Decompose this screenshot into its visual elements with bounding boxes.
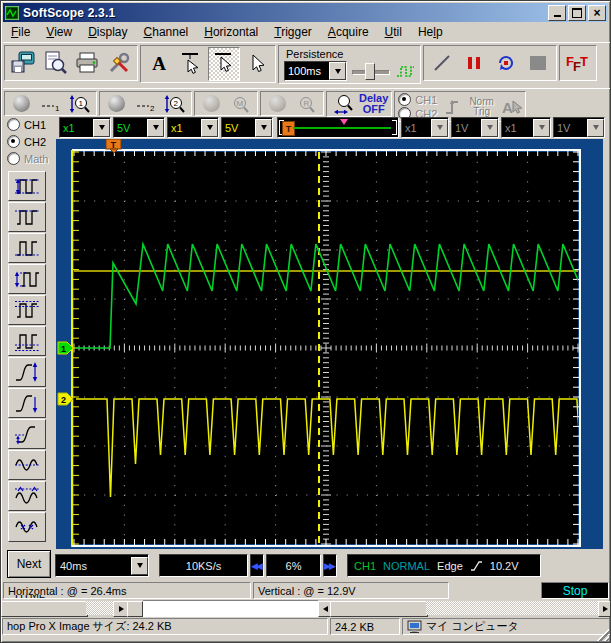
hscrollbar-track-left[interactable]: [86, 601, 113, 615]
dropdown-arrow: [431, 119, 448, 137]
refresh-button[interactable]: [491, 47, 521, 79]
channel-radio-ch1[interactable]: CH1: [7, 118, 46, 131]
measurement-button-sine-mean[interactable]: .k{stroke:#000;fill:none;stroke-width:1.…: [8, 450, 46, 480]
svg-text:T: T: [111, 140, 117, 150]
menu-horizontal[interactable]: Horizontal: [196, 24, 266, 41]
measurement-button-sine-rms[interactable]: .k{stroke:#000;fill:none;stroke-width:1.…: [8, 512, 46, 542]
channel-dropdown-0[interactable]: x1: [59, 117, 111, 138]
measurement-button-vbase[interactable]: .k{stroke:#000;fill:none;stroke-width:1.…: [8, 233, 46, 263]
psp-status-text: hop Pro X Image サイズ: 24.2 KB: [2, 618, 328, 635]
file-size-field: 24.2 KB: [330, 618, 400, 635]
ch2-vzoom-button[interactable]: 2: [161, 93, 188, 114]
dropdown-value: x1: [502, 122, 533, 134]
dropdown-arrow[interactable]: [201, 119, 218, 137]
ch2-offset-button[interactable]: 2: [132, 93, 159, 114]
ch1-knob-icon[interactable]: [8, 93, 35, 114]
measurement-button-vpp[interactable]: .k{stroke:#000;fill:none;stroke-width:1.…: [8, 171, 46, 201]
measurement-button-vamp[interactable]: .k{stroke:#000;fill:none;stroke-width:1.…: [8, 264, 46, 294]
resize-grip[interactable]: [597, 629, 609, 641]
save-waveform-button[interactable]: [8, 47, 38, 79]
dropdown-arrow: [481, 119, 498, 137]
trigger-ch1-label: CH1: [415, 94, 437, 106]
channel-dropdown-2[interactable]: x1: [167, 117, 219, 138]
ch1-vzoom-button[interactable]: 1: [66, 93, 93, 114]
trigger-slope-icon: [470, 560, 483, 572]
menu-util[interactable]: Util: [377, 24, 410, 41]
settings-tools-button[interactable]: [104, 47, 134, 79]
measurement-button-vover-top[interactable]: .k{stroke:#000;fill:none;stroke-width:1.…: [8, 295, 46, 325]
menu-display[interactable]: Display: [80, 24, 135, 41]
print-button[interactable]: [72, 47, 102, 79]
svg-text:2: 2: [173, 99, 178, 108]
next-page-button[interactable]: Next: [7, 550, 51, 578]
toolbar-main: A Persistence 100ms: [3, 42, 610, 88]
ch2-knob-icon[interactable]: [103, 93, 130, 114]
menu-trigger[interactable]: Trigger: [266, 24, 320, 41]
hscrollbar-track-right[interactable]: [426, 601, 598, 615]
persistence-slider[interactable]: [352, 62, 390, 80]
scroll-left-button[interactable]: ◀◀: [250, 554, 264, 577]
scrollbar-corner-button[interactable]: [127, 601, 143, 617]
persistence-slider-thumb[interactable]: [365, 63, 375, 80]
persistence-wave-icon: [395, 62, 415, 80]
fft-button[interactable]: FFT: [563, 47, 593, 79]
persistence-value: 100ms: [285, 65, 329, 77]
minimize-button[interactable]: [548, 5, 566, 21]
scope-canvas[interactable]: 12T: [56, 139, 603, 549]
menu-file[interactable]: File: [3, 24, 38, 41]
delay-status[interactable]: Delay OFF: [359, 93, 388, 115]
dropdown-value: x1: [402, 122, 431, 134]
svg-text:2: 2: [61, 395, 66, 405]
hscrollbar-right-arrow[interactable]: [598, 601, 611, 617]
hscrollbar-thumb-right[interactable]: [330, 601, 428, 617]
pause-button[interactable]: [459, 47, 489, 79]
text-annotation-button[interactable]: A: [144, 48, 174, 80]
math-knob-icon: [198, 93, 225, 114]
measurement-button-rise-time[interactable]: .k{stroke:#000;fill:none;stroke-width:1.…: [8, 357, 46, 387]
svg-text:R: R: [303, 99, 309, 108]
timebase-dropdown-arrow[interactable]: [131, 557, 148, 575]
trigger-cursor-icon: A: [500, 96, 522, 118]
svg-text:2: 2: [150, 104, 155, 113]
trigger-position-slider[interactable]: T: [277, 117, 399, 138]
print-preview-button[interactable]: [40, 47, 70, 79]
hscrollbar-thumb-left[interactable]: [1, 601, 88, 617]
delay-zoom-button[interactable]: [330, 94, 357, 115]
menu-acquire[interactable]: Acquire: [320, 24, 377, 41]
channel-radio-ch2[interactable]: CH2: [7, 135, 46, 148]
dropdown-arrow[interactable]: [147, 119, 164, 137]
softscope-window: SoftScope 2.3.1 × FileViewDisplayChannel…: [0, 0, 611, 643]
maximize-button[interactable]: [568, 5, 586, 21]
time-cursor-button[interactable]: [176, 48, 206, 80]
stop-display-button[interactable]: [523, 47, 553, 79]
dropdown-arrow[interactable]: [93, 119, 110, 137]
measurement-button-sine-peak[interactable]: .k{stroke:#000;fill:none;stroke-width:1.…: [8, 481, 46, 511]
timebase-dropdown[interactable]: 40ms: [55, 554, 149, 577]
norm-trig-label: NormTrig: [469, 97, 493, 117]
close-button[interactable]: ×: [588, 5, 606, 21]
arrow-cursor-button[interactable]: [242, 48, 272, 80]
ch1-offset-button[interactable]: 1: [37, 93, 64, 114]
trigger-position-marker[interactable]: [340, 119, 348, 125]
channel-dropdown-1[interactable]: 5V: [113, 117, 165, 138]
measurement-button-fall-time[interactable]: .k{stroke:#000;fill:none;stroke-width:1.…: [8, 388, 46, 418]
measurement-button-vtop[interactable]: .k{stroke:#000;fill:none;stroke-width:1.…: [8, 202, 46, 232]
measurement-button-vover-base[interactable]: .k{stroke:#000;fill:none;stroke-width:1.…: [8, 326, 46, 356]
scope-display[interactable]: 12T: [56, 139, 603, 549]
persistence-control: Persistence 100ms: [284, 48, 415, 81]
channel-dropdown-3[interactable]: 5V: [221, 117, 273, 138]
menu-help[interactable]: Help: [410, 24, 451, 41]
title-bar[interactable]: SoftScope 2.3.1 ×: [3, 3, 608, 22]
sample-rate-display: 10KS/s: [159, 554, 248, 577]
measurement-button-edge-mid[interactable]: .k{stroke:#000;fill:none;stroke-width:1.…: [8, 419, 46, 449]
line-draw-button[interactable]: [427, 47, 457, 79]
menu-view[interactable]: View: [38, 24, 80, 41]
scroll-right-button[interactable]: ▶▶: [323, 554, 337, 577]
channel-radio-math: Math: [7, 152, 48, 165]
menu-channel[interactable]: Channel: [136, 24, 197, 41]
persistence-dropdown[interactable]: 100ms: [284, 61, 347, 81]
track-cursor-button[interactable]: [208, 47, 240, 81]
dropdown-arrow[interactable]: [255, 119, 272, 137]
persistence-dropdown-arrow[interactable]: [329, 62, 346, 80]
status-vertical: Vertical : @ = 12.9V: [253, 582, 449, 599]
